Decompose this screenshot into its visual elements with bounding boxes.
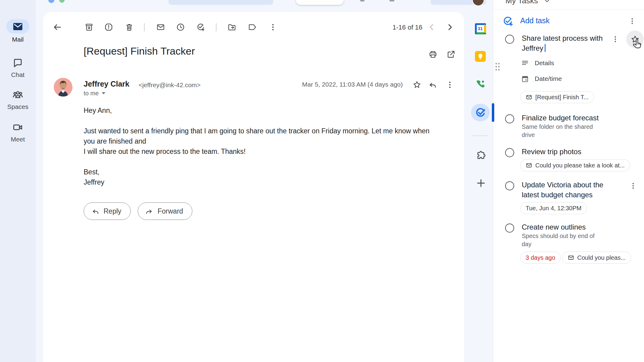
add-panel-plus-icon[interactable] xyxy=(474,176,488,190)
task-complete-toggle[interactable] xyxy=(505,148,514,157)
newer-email-button[interactable] xyxy=(425,21,438,34)
email-body: Hey Ann, Just wanted to sent a friendly … xyxy=(84,105,430,187)
print-button[interactable] xyxy=(426,48,440,61)
task-complete-toggle[interactable] xyxy=(505,114,514,123)
task-complete-toggle[interactable] xyxy=(505,224,514,233)
chevron-down-icon xyxy=(101,92,106,95)
gmail-app: Mail Chat Spaces Meet xyxy=(0,0,644,362)
task-title[interactable]: Review trip photos xyxy=(522,147,616,157)
sidebar-item-meet[interactable]: Meet xyxy=(0,121,36,143)
forward-label: Forward xyxy=(158,207,183,215)
body-line: Hey Ann, xyxy=(84,105,430,116)
move-to-button[interactable] xyxy=(225,21,239,34)
older-email-button[interactable] xyxy=(443,21,457,34)
text-cursor xyxy=(545,44,546,52)
mail-icon xyxy=(526,94,532,100)
sender-name: Jeffrey Clark xyxy=(84,80,129,88)
task-overdue-chip[interactable]: 3 days ago xyxy=(520,252,561,264)
task-complete-toggle[interactable] xyxy=(505,35,514,44)
task-email-chip[interactable]: [Request] Finish T... xyxy=(520,91,594,103)
header-icon-fragment xyxy=(389,0,394,2)
tasks-list-name: My Tasks xyxy=(505,0,538,5)
body-line: Best, xyxy=(84,167,430,177)
recipient-dropdown[interactable]: to me xyxy=(84,90,106,97)
forward-button[interactable]: Forward xyxy=(138,202,192,220)
archive-button[interactable] xyxy=(82,21,96,34)
sidebar-label-chat: Chat xyxy=(11,71,24,78)
task-subtitle: Same folder on the shared drive xyxy=(522,123,601,139)
task-details-row[interactable]: Details xyxy=(521,59,554,67)
recipient-label: to me xyxy=(84,90,99,97)
sidebar-label-spaces: Spaces xyxy=(7,103,28,110)
email-date: Mar 5, 2022, 11:03 AM (4 days ago) xyxy=(302,81,403,88)
add-to-tasks-button[interactable] xyxy=(194,21,207,34)
delete-button[interactable] xyxy=(123,21,136,34)
tasks-panel-title[interactable]: My Tasks xyxy=(505,0,550,5)
more-options-button[interactable] xyxy=(266,21,280,34)
panel-drag-handle[interactable] xyxy=(495,60,501,75)
mail-icon xyxy=(568,254,574,261)
reply-icon-button[interactable] xyxy=(426,78,439,91)
header-button-fragment xyxy=(296,0,344,5)
calendar-icon xyxy=(521,75,529,83)
sidebar-item-mail[interactable]: Mail xyxy=(0,19,36,43)
sidebar-item-chat[interactable]: Chat xyxy=(0,57,36,78)
toolbar-divider xyxy=(216,23,216,31)
star-button[interactable] xyxy=(410,78,424,91)
body-line xyxy=(84,116,430,126)
search-bar-fragment xyxy=(168,0,273,5)
chat-icon xyxy=(12,57,24,69)
mail-icon xyxy=(526,162,532,169)
body-line: you are finished and xyxy=(84,136,430,146)
forward-arrow-icon xyxy=(145,207,153,215)
task-datetime-row[interactable]: Date/time xyxy=(521,75,562,83)
task-title[interactable]: Finalize budget forecast xyxy=(522,113,616,123)
tasks-app-icon[interactable] xyxy=(473,105,488,120)
sender-avatar[interactable] xyxy=(54,78,72,97)
snooze-button[interactable] xyxy=(174,21,187,34)
task-date-chip[interactable]: Tue, Jun 4, 12:30PM xyxy=(520,202,587,214)
header-icon-fragment xyxy=(360,0,364,2)
task-email-chip[interactable]: Could you pleas... xyxy=(562,252,631,264)
task-title-editing[interactable]: Share latest process with Jeffrey xyxy=(522,33,616,53)
email-subject: [Request] Finish Tracker xyxy=(84,45,195,57)
details-icon xyxy=(521,59,529,67)
back-button[interactable] xyxy=(51,21,64,34)
mark-unread-button[interactable] xyxy=(154,21,167,34)
keep-app-icon[interactable] xyxy=(473,49,488,64)
body-line xyxy=(84,157,430,167)
spaces-icon xyxy=(12,89,24,101)
task-complete-toggle[interactable] xyxy=(505,181,514,190)
reply-button[interactable]: Reply xyxy=(84,202,131,220)
sidebar-item-spaces[interactable]: Spaces xyxy=(0,89,36,110)
task-more-button[interactable] xyxy=(627,180,639,192)
task-more-button[interactable] xyxy=(609,33,621,45)
label-button[interactable] xyxy=(246,21,259,34)
task-subtitle: Specs should out by end of day xyxy=(522,232,601,248)
panel-divider xyxy=(493,9,644,10)
left-nav-rail: Mail Chat Spaces Meet xyxy=(0,0,36,362)
add-task-button[interactable]: Add task xyxy=(520,16,549,25)
message-more-button[interactable] xyxy=(443,78,457,91)
body-line: I will share out the new process to the … xyxy=(84,146,430,157)
mail-active-pill xyxy=(6,19,29,33)
body-line: Jeffrey xyxy=(84,177,430,187)
task-title[interactable]: Update Victoria about the latest budget … xyxy=(522,180,616,200)
task-email-chip[interactable]: Could you please take a look at... xyxy=(520,159,630,171)
details-label: Details xyxy=(535,59,554,67)
task-title[interactable]: Create new outlines xyxy=(522,222,616,232)
mail-icon xyxy=(12,21,24,33)
calendar-app-icon[interactable]: 31 xyxy=(473,21,488,36)
sidebar-label-mail: Mail xyxy=(12,36,24,43)
report-spam-button[interactable] xyxy=(102,21,115,34)
tasks-list-more-button[interactable] xyxy=(626,15,638,27)
add-task-icon[interactable] xyxy=(502,15,514,27)
voice-app-icon[interactable] xyxy=(473,77,488,91)
open-in-new-button[interactable] xyxy=(444,48,458,61)
reply-arrow-icon xyxy=(91,207,99,215)
addons-puzzle-icon[interactable] xyxy=(474,148,488,162)
pagination-count: 1-16 of 16 xyxy=(392,24,422,31)
tasks-active-indicator xyxy=(492,103,494,122)
tasks-panel: My Tasks Add task Share latest process w… xyxy=(493,0,644,362)
reply-label: Reply xyxy=(104,207,121,215)
